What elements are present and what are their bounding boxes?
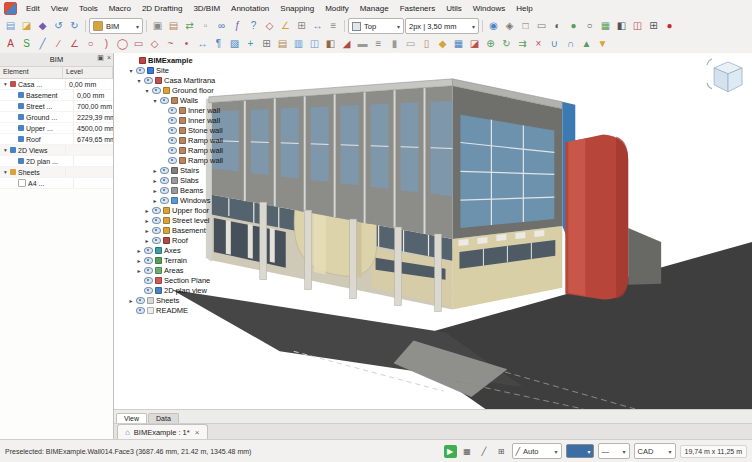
tree-item[interactable]: ▸ Stairs (118, 165, 223, 175)
tab-data[interactable]: Data (148, 413, 179, 423)
viewport-3d[interactable]: BIMExample ▾ Site ▾ Casa Martirana (114, 53, 752, 409)
expand-arrow[interactable]: ▾ (3, 169, 8, 175)
expand-arrow[interactable]: ▾ (144, 87, 150, 94)
menu-item[interactable]: 2D Drafting (137, 2, 187, 15)
visibility-eye-icon[interactable] (144, 257, 153, 264)
visibility-eye-icon[interactable] (152, 87, 161, 94)
draft-line-icon[interactable]: ∕ (51, 37, 66, 52)
grid-toggle-icon[interactable]: ⊞ (294, 19, 309, 34)
table-row[interactable]: A4 ... (0, 178, 113, 189)
table-row[interactable]: ▾ 2D Views (0, 145, 113, 156)
visibility-eye-icon[interactable] (144, 267, 153, 274)
visibility-eye-icon[interactable] (136, 297, 145, 304)
stairs-icon[interactable]: ≡ (371, 37, 386, 52)
draw-style-icon[interactable]: ◐ (550, 19, 565, 34)
expand-arrow[interactable]: ▸ (144, 207, 150, 214)
expression-icon[interactable]: ƒ (230, 19, 245, 34)
table-row[interactable]: ▾ Casa ... 0,00 mm (0, 79, 113, 90)
rotate-left-icon[interactable] (707, 59, 712, 65)
column-level[interactable]: Level (63, 67, 113, 78)
file-open-icon[interactable]: ◪ (19, 19, 34, 34)
polyline-icon[interactable]: ∠ (67, 37, 82, 52)
workbench-selector[interactable]: BIM (89, 18, 143, 34)
tree-item[interactable]: Ramp wall (118, 155, 223, 165)
material-icon[interactable]: ◆ (435, 37, 450, 52)
expand-arrow[interactable]: ▸ (128, 297, 134, 304)
curtainwall-icon[interactable]: ▥ (291, 37, 306, 52)
column[interactable] (248, 224, 253, 259)
front-view-icon[interactable]: □ (518, 19, 533, 34)
menu-item[interactable]: Fasteners (395, 2, 441, 15)
clip-plane-icon[interactable]: ◫ (630, 19, 645, 34)
bspline-icon[interactable]: ~ (163, 37, 178, 52)
shapestring-icon[interactable]: S (19, 37, 34, 52)
visibility-eye-icon[interactable] (168, 107, 177, 114)
box-select-icon[interactable]: ▫ (198, 19, 213, 34)
close-icon[interactable]: × (194, 428, 201, 437)
visibility-eye-icon[interactable] (152, 217, 161, 224)
expand-arrow[interactable]: ▾ (152, 97, 158, 104)
rotate-right-icon[interactable] (707, 83, 712, 89)
slab-icon[interactable]: ▬ (355, 37, 370, 52)
visibility-eye-icon[interactable] (160, 167, 169, 174)
fullscreen-icon[interactable]: ⊞ (646, 19, 661, 34)
column[interactable] (226, 220, 231, 255)
table-row[interactable]: 2D plan ... (0, 156, 113, 167)
menu-item[interactable]: Help (511, 2, 537, 15)
visibility-eye-icon[interactable] (160, 177, 169, 184)
shaded-icon[interactable]: ● (566, 19, 581, 34)
grid-icon[interactable]: ⊞ (259, 37, 274, 52)
tree-item[interactable]: ▸ Beams (118, 185, 223, 195)
expand-arrow[interactable]: ▾ (3, 147, 8, 153)
table-row[interactable]: Roof 6749,65 mm (0, 134, 113, 145)
visibility-eye-icon[interactable] (160, 197, 169, 204)
wireframe-icon[interactable]: ○ (582, 19, 597, 34)
menu-item[interactable]: Annotation (226, 2, 274, 15)
bim-panel-title[interactable]: BIM ▣ × (0, 53, 113, 67)
tree-item[interactable]: ▾ Walls (118, 95, 223, 105)
table-row[interactable]: Ground ... 2229,39 mm (0, 112, 113, 123)
tree-item[interactable]: ▸ Areas (118, 265, 223, 275)
column-icon[interactable]: ▮ (387, 37, 402, 52)
tree-item[interactable]: ▸ Axes (118, 245, 223, 255)
copy-icon[interactable]: ▣ (150, 19, 165, 34)
dimension-toggle-icon[interactable]: ↔ (310, 19, 325, 34)
section-plane-icon[interactable]: ◪ (467, 37, 482, 52)
menu-item[interactable]: Tools (74, 2, 103, 15)
expand-arrow[interactable]: ▾ (136, 77, 142, 84)
expand-arrow[interactable]: ▾ (3, 81, 8, 87)
nav-style-combo[interactable]: CAD (634, 443, 676, 459)
move-icon[interactable]: ⊕ (483, 37, 498, 52)
table-row[interactable]: ▾ Sheets (0, 167, 113, 178)
offset-icon[interactable]: ⇉ (515, 37, 530, 52)
schedule-icon[interactable]: ▦ (451, 37, 466, 52)
tree-item[interactable]: ▾ Ground floor (118, 85, 223, 95)
layers-icon[interactable]: ≡ (326, 19, 341, 34)
expand-arrow[interactable]: ▸ (136, 247, 142, 254)
right-cream-wall[interactable] (452, 226, 562, 310)
menu-item[interactable]: Windows (468, 2, 510, 15)
label-icon[interactable]: ¶ (211, 37, 226, 52)
menu-item[interactable]: Edit (21, 2, 45, 15)
far-right-wall[interactable] (628, 228, 661, 285)
line-style-combo[interactable]: — (598, 443, 630, 459)
material-mode-icon[interactable]: ▦ (461, 445, 474, 458)
menu-item[interactable]: Macro (104, 2, 136, 15)
visibility-eye-icon[interactable] (160, 187, 169, 194)
rectangle-icon[interactable]: ▭ (131, 37, 146, 52)
close-panel-icon[interactable]: × (107, 54, 111, 62)
visibility-eye-icon[interactable] (160, 97, 169, 104)
shadow-icon[interactable]: ◧ (614, 19, 629, 34)
visibility-eye-icon[interactable] (144, 77, 153, 84)
visibility-eye-icon[interactable] (144, 277, 153, 284)
menu-item[interactable]: Utils (441, 2, 467, 15)
hatch-icon[interactable]: ▨ (227, 37, 242, 52)
view-direction-selector[interactable]: Top (348, 18, 404, 34)
menu-item[interactable]: 3D/BIM (188, 2, 225, 15)
visibility-eye-icon[interactable] (136, 307, 145, 314)
navigation-cube[interactable] (707, 59, 742, 92)
expand-arrow[interactable]: ▸ (144, 217, 150, 224)
tree-item[interactable]: ▸ Terrain (118, 255, 223, 265)
expand-arrow[interactable]: ▸ (144, 237, 150, 244)
expand-arrow[interactable]: ▸ (136, 267, 142, 274)
